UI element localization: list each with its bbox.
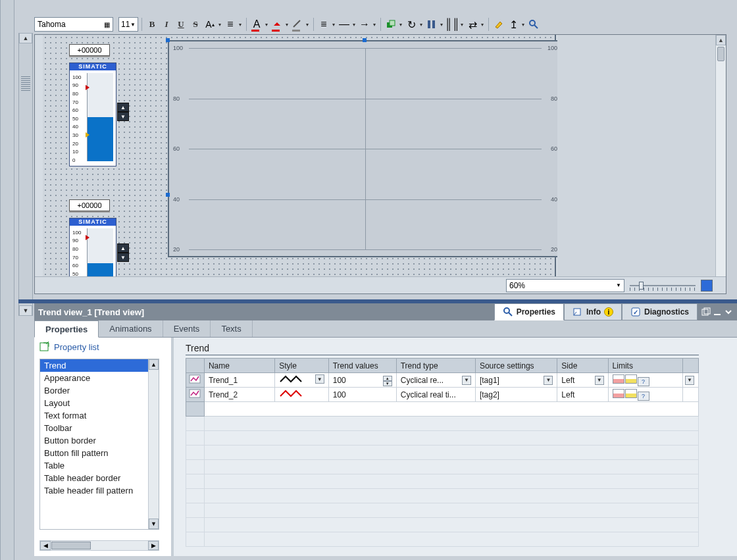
propnav-item[interactable]: Table xyxy=(40,459,159,472)
cell-style[interactable] xyxy=(275,388,329,402)
col-trend-type[interactable]: Trend type xyxy=(396,359,475,373)
step-down-icon[interactable]: ▼ xyxy=(117,112,129,121)
propnav-item[interactable]: Table header border xyxy=(40,472,159,484)
propnav-item[interactable]: Border xyxy=(40,384,159,397)
limit-warn-icon[interactable] xyxy=(625,389,637,398)
scroll-thumb[interactable] xyxy=(717,47,724,61)
cell-side[interactable]: Left▼ xyxy=(557,373,608,388)
col-name[interactable]: Name xyxy=(204,359,274,373)
trend-table[interactable]: Name Style Trend values Trend type Sourc… xyxy=(186,358,699,547)
fill-color-button[interactable]: ▾ xyxy=(270,18,290,31)
font-select[interactable]: Tahoma ▦ xyxy=(34,17,113,32)
cell-values[interactable]: 100▲▼ xyxy=(328,373,396,388)
dropdown-icon[interactable]: ▼ xyxy=(462,376,471,385)
propnav-item[interactable]: Toolbar xyxy=(40,422,159,434)
dropdown-icon[interactable]: ▼ xyxy=(315,374,324,384)
dropdown-icon[interactable]: ▼ xyxy=(595,376,604,385)
propnav-item[interactable]: Text format xyxy=(40,409,159,422)
tab-properties[interactable]: Properties xyxy=(494,303,564,320)
gauge-1[interactable]: SIMATIC 1009080706050403020100 ▲ ▼ xyxy=(69,63,116,166)
propnav-item[interactable]: Table header fill pattern xyxy=(40,484,159,497)
collapse-up-icon[interactable]: ▲ xyxy=(19,33,32,43)
step-down-icon[interactable]: ▼ xyxy=(117,253,129,262)
text-color-button[interactable]: A▾ xyxy=(250,18,269,31)
io-field-1[interactable]: +00000 xyxy=(69,44,110,56)
cell-limits[interactable]: ? xyxy=(608,388,683,402)
italic-button[interactable]: I xyxy=(160,18,173,31)
cell-type[interactable]: Cyclical real ti... xyxy=(396,388,475,402)
add-new-label[interactable] xyxy=(204,402,698,417)
col-style[interactable]: Style xyxy=(275,359,329,373)
distribute-button[interactable]: ║║▾ xyxy=(445,18,465,31)
col-side[interactable]: Side xyxy=(557,359,608,373)
font-size-select[interactable]: 11 ▼ xyxy=(118,17,138,32)
highlight-button[interactable] xyxy=(492,18,505,31)
scroll-up-icon[interactable]: ▲ xyxy=(149,359,159,370)
propnav-item[interactable]: Button border xyxy=(40,434,159,447)
add-new-row[interactable] xyxy=(186,402,699,417)
limit-query-icon[interactable]: ? xyxy=(638,392,649,401)
io-field-2[interactable]: +00000 xyxy=(69,199,110,211)
table-row[interactable]: Trend_1▼100▲▼Cyclical re...▼[tag1]▼Left▼… xyxy=(186,373,699,388)
align-objects-button[interactable]: ▾ xyxy=(425,18,444,31)
scroll-left-icon[interactable]: ◀ xyxy=(40,541,51,550)
window-minimize-icon[interactable] xyxy=(713,307,722,317)
scroll-down-icon[interactable]: ▼ xyxy=(149,519,159,529)
subtab-animations[interactable]: Animations xyxy=(99,320,163,337)
text-size-pair[interactable]: A▴▾ xyxy=(203,18,222,31)
propnav-item[interactable]: Trend xyxy=(40,359,159,372)
line-end-button[interactable]: →▾ xyxy=(358,18,377,31)
cell-side[interactable]: Left xyxy=(557,388,608,402)
trend-view-object[interactable]: 1001008080606040402020 xyxy=(168,40,563,257)
layer-forward-button[interactable]: ▾ xyxy=(384,18,403,31)
cell-source[interactable]: [tag2] xyxy=(475,388,557,402)
tab-info[interactable]: Info i xyxy=(564,303,622,320)
arrow-up-button[interactable]: ↥▾ xyxy=(507,18,526,31)
limit-high-icon[interactable] xyxy=(613,374,624,384)
scroll-up-icon[interactable]: ▲ xyxy=(716,35,726,45)
property-category-list[interactable]: TrendAppearanceBorderLayoutText formatTo… xyxy=(39,359,159,530)
dropdown-icon[interactable]: ▼ xyxy=(544,376,553,385)
cell-name[interactable]: Trend_2 xyxy=(204,388,274,402)
spinner[interactable]: ▲▼ xyxy=(383,376,392,385)
col-trend-values[interactable]: Trend values xyxy=(328,359,396,373)
bold-button[interactable]: B xyxy=(145,18,159,31)
cell-values[interactable]: 100 xyxy=(328,388,396,402)
strike-button[interactable]: S xyxy=(189,18,202,31)
design-canvas[interactable]: +00000 +00000 SIMATIC 100908070605040302… xyxy=(43,35,556,293)
gauge-1-stepper[interactable]: ▲ ▼ xyxy=(117,103,129,121)
gauge-2-stepper[interactable]: ▲ ▼ xyxy=(117,243,129,262)
step-up-icon[interactable]: ▲ xyxy=(117,243,129,253)
cell-limits[interactable]: ? xyxy=(608,373,683,388)
grip-icon[interactable] xyxy=(21,76,30,92)
cell-type[interactable]: Cyclical re...▼ xyxy=(396,373,475,388)
subtab-texts[interactable]: Texts xyxy=(211,320,252,337)
table-row[interactable]: Trend_2100Cyclical real ti...[tag2]Left? xyxy=(186,388,699,402)
underline-button[interactable]: U xyxy=(174,18,188,31)
propnav-vscroll[interactable]: ▲ ▼ xyxy=(148,359,159,529)
limit-high-icon[interactable] xyxy=(613,389,624,398)
propnav-item[interactable]: Appearance xyxy=(40,372,159,384)
subtab-properties[interactable]: Properties xyxy=(34,320,99,338)
resize-handle[interactable] xyxy=(166,193,170,197)
scroll-right-icon[interactable]: ▶ xyxy=(148,541,159,550)
slider-thumb[interactable] xyxy=(639,282,644,290)
canvas-vscroll[interactable]: ▲ ▼ xyxy=(715,35,726,293)
zoom-slider[interactable] xyxy=(630,280,696,291)
col-source[interactable]: Source settings xyxy=(475,359,557,373)
scroll-thumb[interactable] xyxy=(51,542,91,549)
propnav-hscroll[interactable]: ◀ ▶ xyxy=(39,540,159,551)
chevron-down-icon[interactable] xyxy=(724,307,733,317)
zoom-select[interactable]: 60% ▼ xyxy=(506,279,624,292)
cell-name[interactable]: Trend_1 xyxy=(204,373,274,388)
resize-handle[interactable] xyxy=(166,38,170,42)
subtab-events[interactable]: Events xyxy=(163,320,211,337)
cell-extra[interactable] xyxy=(683,388,699,402)
dropdown-icon[interactable]: ▼ xyxy=(685,376,694,385)
window-restore-icon[interactable] xyxy=(701,307,711,317)
cell-style[interactable]: ▼ xyxy=(275,373,329,388)
align-pair[interactable]: ≡▾ xyxy=(224,18,243,31)
step-up-icon[interactable]: ▲ xyxy=(117,103,129,112)
line-color-button[interactable]: ▾ xyxy=(291,18,310,31)
flip-button[interactable]: ⇄▾ xyxy=(466,18,485,31)
